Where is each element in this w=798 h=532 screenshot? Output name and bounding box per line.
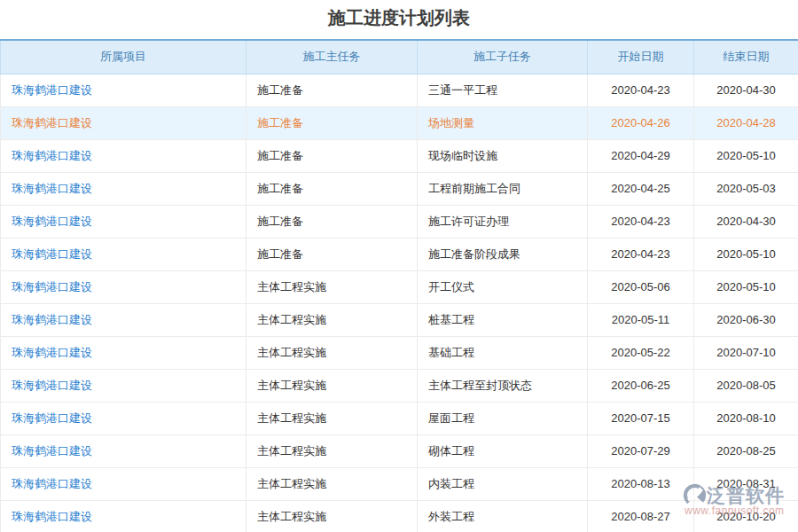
project-link-cell[interactable]: 珠海鹤港口建设 xyxy=(1,434,246,467)
cell-sub-task: 基础工程 xyxy=(418,336,588,369)
cell-main-task: 主体工程实施 xyxy=(246,402,418,434)
project-link-cell[interactable]: 珠海鹤港口建设 xyxy=(1,303,246,336)
table-row[interactable]: 珠海鹤港口建设施工准备工程前期施工合同2020-04-252020-05-03 xyxy=(1,172,798,205)
table-row[interactable]: 珠海鹤港口建设主体工程实施砌体工程2020-07-292020-08-25 xyxy=(1,434,798,467)
cell-start-date: 2020-05-06 xyxy=(588,270,694,303)
cell-end-date: 2020-10-20 xyxy=(694,500,798,532)
table-body: 珠海鹤港口建设施工准备三通一平工程2020-04-232020-04-30珠海鹤… xyxy=(1,74,798,532)
cell-sub-task: 场地测量 xyxy=(418,106,588,139)
cell-end-date: 2020-08-05 xyxy=(694,369,798,402)
cell-main-task: 主体工程实施 xyxy=(246,434,418,467)
cell-sub-task: 现场临时设施 xyxy=(418,139,588,172)
cell-start-date: 2020-06-25 xyxy=(588,369,694,402)
cell-main-task: 主体工程实施 xyxy=(246,467,418,500)
cell-sub-task: 内装工程 xyxy=(418,467,588,500)
project-link-cell[interactable]: 珠海鹤港口建设 xyxy=(1,369,246,402)
cell-sub-task: 外装工程 xyxy=(418,500,588,532)
cell-sub-task: 屋面工程 xyxy=(418,402,588,434)
table-row[interactable]: 珠海鹤港口建设施工准备现场临时设施2020-04-292020-05-10 xyxy=(1,139,798,172)
project-link-cell[interactable]: 珠海鹤港口建设 xyxy=(1,500,246,532)
progress-plan-table: 所属项目 施工主任务 施工子任务 开始日期 结束日期 珠海鹤港口建设施工准备三通… xyxy=(0,39,798,532)
table-row[interactable]: 珠海鹤港口建设主体工程实施开工仪式2020-05-062020-05-10 xyxy=(1,270,798,303)
cell-sub-task: 三通一平工程 xyxy=(418,74,588,106)
cell-main-task: 主体工程实施 xyxy=(246,336,418,369)
cell-end-date: 2020-04-30 xyxy=(694,74,798,106)
cell-sub-task: 开工仪式 xyxy=(418,270,588,303)
cell-start-date: 2020-05-11 xyxy=(588,303,694,336)
project-link-cell[interactable]: 珠海鹤港口建设 xyxy=(1,270,246,303)
cell-main-task: 主体工程实施 xyxy=(246,500,418,532)
table-row[interactable]: 珠海鹤港口建设主体工程实施屋面工程2020-07-152020-08-10 xyxy=(1,402,798,434)
cell-start-date: 2020-04-23 xyxy=(588,205,694,238)
cell-main-task: 施工准备 xyxy=(246,205,418,238)
cell-main-task: 施工准备 xyxy=(246,139,418,172)
project-link-cell[interactable]: 珠海鹤港口建设 xyxy=(1,402,246,434)
cell-start-date: 2020-04-25 xyxy=(588,172,694,205)
cell-main-task: 施工准备 xyxy=(246,172,418,205)
column-header-main-task: 施工主任务 xyxy=(246,40,418,74)
cell-main-task: 施工准备 xyxy=(246,238,418,270)
cell-end-date: 2020-08-31 xyxy=(694,467,798,500)
cell-end-date: 2020-07-10 xyxy=(694,336,798,369)
project-link-cell[interactable]: 珠海鹤港口建设 xyxy=(1,106,246,139)
project-link-cell[interactable]: 珠海鹤港口建设 xyxy=(1,238,246,270)
project-link-cell[interactable]: 珠海鹤港口建设 xyxy=(1,139,246,172)
cell-start-date: 2020-07-15 xyxy=(588,402,694,434)
table-row[interactable]: 珠海鹤港口建设施工准备场地测量2020-04-262020-04-28 xyxy=(1,106,798,139)
cell-start-date: 2020-04-29 xyxy=(588,139,694,172)
cell-start-date: 2020-05-22 xyxy=(588,336,694,369)
cell-sub-task: 主体工程至封顶状态 xyxy=(418,369,588,402)
table-row[interactable]: 珠海鹤港口建设施工准备三通一平工程2020-04-232020-04-30 xyxy=(1,74,798,106)
cell-end-date: 2020-08-25 xyxy=(694,434,798,467)
cell-sub-task: 施工准备阶段成果 xyxy=(418,238,588,270)
column-header-end-date: 结束日期 xyxy=(694,40,798,74)
cell-start-date: 2020-08-13 xyxy=(588,467,694,500)
project-link-cell[interactable]: 珠海鹤港口建设 xyxy=(1,74,246,106)
cell-end-date: 2020-05-10 xyxy=(694,238,798,270)
table-header-row: 所属项目 施工主任务 施工子任务 开始日期 结束日期 xyxy=(1,40,798,74)
table-row[interactable]: 珠海鹤港口建设施工准备施工准备阶段成果2020-04-232020-05-10 xyxy=(1,238,798,270)
table-row[interactable]: 珠海鹤港口建设主体工程实施基础工程2020-05-222020-07-10 xyxy=(1,336,798,369)
cell-end-date: 2020-04-28 xyxy=(694,106,798,139)
column-header-start-date: 开始日期 xyxy=(588,40,694,74)
table-row[interactable]: 珠海鹤港口建设主体工程实施主体工程至封顶状态2020-06-252020-08-… xyxy=(1,369,798,402)
column-header-sub-task: 施工子任务 xyxy=(418,40,588,74)
cell-sub-task: 工程前期施工合同 xyxy=(418,172,588,205)
cell-end-date: 2020-05-03 xyxy=(694,172,798,205)
table-row[interactable]: 珠海鹤港口建设主体工程实施内装工程2020-08-132020-08-31 xyxy=(1,467,798,500)
cell-main-task: 主体工程实施 xyxy=(246,303,418,336)
cell-start-date: 2020-07-29 xyxy=(588,434,694,467)
column-header-project: 所属项目 xyxy=(1,40,246,74)
cell-main-task: 主体工程实施 xyxy=(246,270,418,303)
cell-end-date: 2020-08-10 xyxy=(694,402,798,434)
cell-start-date: 2020-08-27 xyxy=(588,500,694,532)
cell-sub-task: 桩基工程 xyxy=(418,303,588,336)
cell-main-task: 施工准备 xyxy=(246,106,418,139)
cell-end-date: 2020-06-30 xyxy=(694,303,798,336)
table-row[interactable]: 珠海鹤港口建设施工准备施工许可证办理2020-04-232020-04-30 xyxy=(1,205,798,238)
project-link-cell[interactable]: 珠海鹤港口建设 xyxy=(1,205,246,238)
cell-sub-task: 砌体工程 xyxy=(418,434,588,467)
table-row[interactable]: 珠海鹤港口建设主体工程实施桩基工程2020-05-112020-06-30 xyxy=(1,303,798,336)
cell-start-date: 2020-04-26 xyxy=(588,106,694,139)
project-link-cell[interactable]: 珠海鹤港口建设 xyxy=(1,467,246,500)
cell-sub-task: 施工许可证办理 xyxy=(418,205,588,238)
cell-end-date: 2020-05-10 xyxy=(694,139,798,172)
cell-end-date: 2020-05-10 xyxy=(694,270,798,303)
table-header: 所属项目 施工主任务 施工子任务 开始日期 结束日期 xyxy=(1,40,798,74)
page-title: 施工进度计划列表 xyxy=(0,0,798,39)
cell-start-date: 2020-04-23 xyxy=(588,238,694,270)
project-link-cell[interactable]: 珠海鹤港口建设 xyxy=(1,336,246,369)
table-row[interactable]: 珠海鹤港口建设主体工程实施外装工程2020-08-272020-10-20 xyxy=(1,500,798,532)
cell-end-date: 2020-04-30 xyxy=(694,205,798,238)
project-link-cell[interactable]: 珠海鹤港口建设 xyxy=(1,172,246,205)
cell-main-task: 主体工程实施 xyxy=(246,369,418,402)
cell-main-task: 施工准备 xyxy=(246,74,418,106)
cell-start-date: 2020-04-23 xyxy=(588,74,694,106)
